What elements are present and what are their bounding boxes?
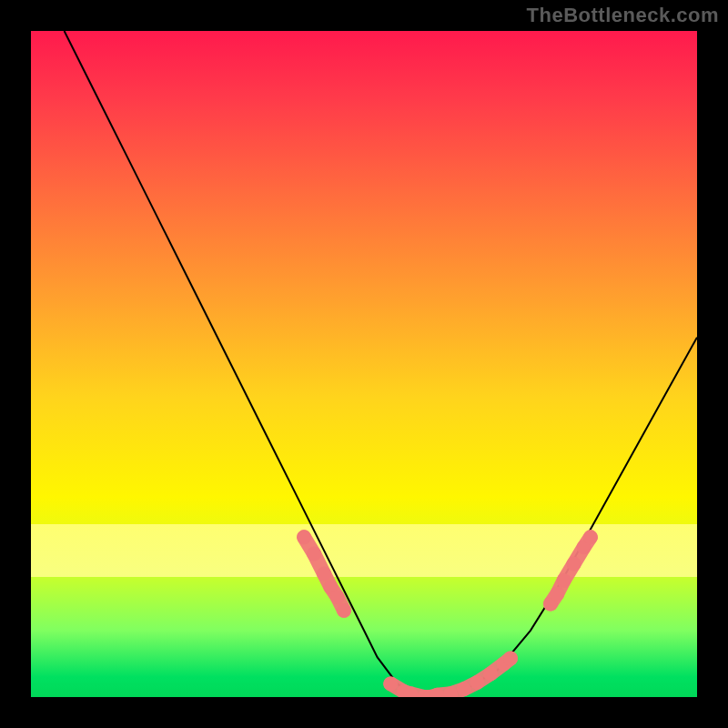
chart-svg (31, 31, 697, 697)
marker-dot (307, 547, 321, 561)
marker-dot (457, 682, 471, 696)
data-markers (297, 530, 598, 697)
marker-dot (337, 603, 351, 618)
watermark-text: TheBottleneck.com (527, 4, 719, 27)
marker-dot (317, 567, 331, 581)
chart-frame: TheBottleneck.com (0, 0, 728, 728)
marker-dot (503, 652, 518, 666)
marker-dot (583, 530, 598, 544)
marker-dot (470, 675, 484, 690)
marker-dot (483, 666, 498, 681)
marker-dot (330, 590, 345, 604)
marker-dot (567, 557, 581, 571)
marker-dot (383, 676, 398, 691)
marker-dot (297, 530, 311, 544)
marker-dot (557, 573, 571, 588)
marker-dot (550, 587, 564, 602)
bottleneck-curve (65, 31, 697, 697)
bottleneck-curve-path (65, 31, 697, 697)
plot-area (31, 31, 697, 697)
